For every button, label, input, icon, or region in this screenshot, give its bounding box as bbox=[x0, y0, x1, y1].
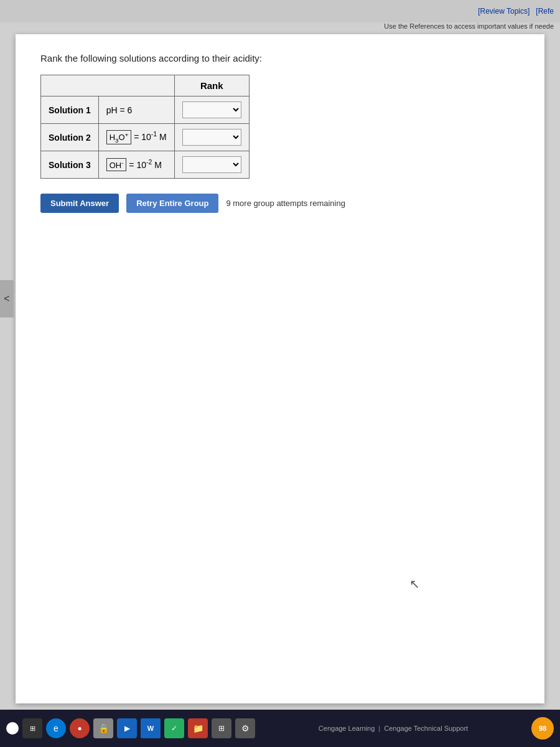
solution3-formula: OH- = 10-2 M bbox=[98, 151, 174, 179]
reference-link[interactable]: [Refe bbox=[536, 7, 554, 16]
question-text: Rank the following solutions according t… bbox=[40, 53, 526, 63]
lock-icon[interactable]: 🔒 bbox=[93, 718, 113, 738]
reference-hint: Use the References to access important v… bbox=[384, 22, 554, 30]
action-buttons-row: Submit Answer Retry Entire Group 9 more … bbox=[40, 194, 526, 213]
app-green-icon[interactable]: ✓ bbox=[164, 718, 184, 738]
folder-red-icon[interactable]: 📁 bbox=[188, 718, 208, 738]
taskbar-left: ⊞ e ● 🔒 ▶ W ✓ 📁 ⊞ ⚙ bbox=[6, 718, 255, 738]
cengage-support-link[interactable]: Cengage Technical Support bbox=[384, 725, 468, 732]
solution2-row: Solution 2 H3O+ = 10-1 M 1 2 3 bbox=[41, 124, 250, 151]
word-icon[interactable]: W bbox=[141, 718, 161, 738]
footer-separator: | bbox=[378, 725, 380, 732]
submit-answer-button[interactable]: Submit Answer bbox=[40, 194, 119, 213]
edge-browser-icon[interactable]: e bbox=[46, 718, 66, 738]
rank-column-header: Rank bbox=[174, 75, 249, 96]
review-topics-link[interactable]: [Review Topics] bbox=[478, 7, 530, 16]
footer-links: Cengage Learning | Cengage Technical Sup… bbox=[319, 725, 468, 732]
taskview-icon[interactable]: ⊞ bbox=[22, 718, 42, 738]
settings-gear-icon[interactable]: ⚙ bbox=[235, 718, 255, 738]
solution3-label: Solution 3 bbox=[41, 151, 99, 179]
taskbar-right: 98 bbox=[531, 717, 554, 740]
retry-entire-group-button[interactable]: Retry Entire Group bbox=[126, 194, 218, 213]
solution3-row: Solution 3 OH- = 10-2 M 1 2 3 bbox=[41, 151, 250, 179]
solution1-formula: pH = 6 bbox=[98, 96, 174, 124]
start-icon[interactable] bbox=[6, 722, 19, 735]
solution1-row: Solution 1 pH = 6 1 2 3 bbox=[41, 96, 250, 124]
chevron-left-icon: < bbox=[4, 293, 9, 304]
cengage-learning-link[interactable]: Cengage Learning bbox=[319, 725, 375, 732]
left-nav-arrow[interactable]: < bbox=[0, 280, 14, 317]
taskbar-center: Cengage Learning | Cengage Technical Sup… bbox=[255, 725, 531, 732]
taskbar: ⊞ e ● 🔒 ▶ W ✓ 📁 ⊞ ⚙ Cengage Learning | C… bbox=[0, 710, 560, 747]
solution1-label: Solution 1 bbox=[41, 96, 99, 124]
cursor-indicator: ↖ bbox=[409, 576, 420, 591]
app-blue-icon[interactable]: ▶ bbox=[117, 718, 137, 738]
calculator-icon[interactable]: ⊞ bbox=[212, 718, 231, 738]
solutions-table: Rank Solution 1 pH = 6 1 2 3 bbox=[40, 75, 250, 179]
solution3-rank-cell: 1 2 3 bbox=[174, 151, 249, 179]
attempts-remaining-text: 9 more group attempts remaining bbox=[226, 199, 345, 208]
solution2-label: Solution 2 bbox=[41, 124, 99, 151]
app-red-icon[interactable]: ● bbox=[70, 718, 90, 738]
solution2-formula: H3O+ = 10-1 M bbox=[98, 124, 174, 151]
solution2-rank-select[interactable]: 1 2 3 bbox=[182, 129, 241, 146]
content-page: Rank the following solutions according t… bbox=[16, 34, 544, 703]
solution2-rank-cell: 1 2 3 bbox=[174, 124, 249, 151]
solution1-rank-cell: 1 2 3 bbox=[174, 96, 249, 124]
solution1-rank-select[interactable]: 1 2 3 bbox=[182, 101, 241, 118]
solution3-rank-select[interactable]: 1 2 3 bbox=[182, 156, 241, 173]
battery-level-indicator: 98 bbox=[531, 717, 554, 740]
